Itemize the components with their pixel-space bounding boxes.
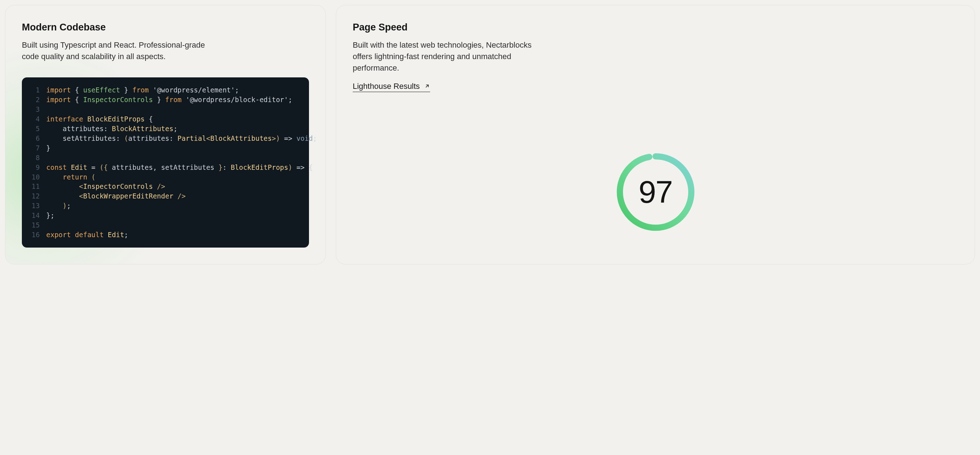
code-content: }; [46,211,54,220]
code-line: 10 return ( [27,172,300,182]
code-content: attributes: BlockAttributes; [46,124,177,134]
card-description: Built using Typescript and React. Profes… [22,40,208,62]
code-content: ); [46,201,71,211]
code-content: import { InspectorControls } from '@word… [46,95,292,105]
card-title: Page Speed [353,22,958,33]
line-number: 7 [27,143,40,153]
line-number: 11 [27,182,40,191]
code-line: 16export default Edit; [27,230,300,240]
page-speed-card: Page Speed Built with the latest web tec… [336,5,975,265]
code-content [46,153,50,163]
line-number: 14 [27,211,40,220]
line-number: 1 [27,85,40,95]
code-content: } [46,143,50,153]
line-number: 15 [27,220,40,230]
code-line: 3 [27,105,300,114]
code-line: 2import { InspectorControls } from '@wor… [27,95,300,105]
code-content: return ( [46,172,95,182]
code-line: 13 ); [27,201,300,211]
code-content: <BlockWrapperEditRender /> [46,191,186,201]
code-content [46,220,50,230]
code-block: 1import { useEffect } from '@wordpress/e… [22,78,309,248]
code-line: 5 attributes: BlockAttributes; [27,124,300,134]
code-line: 7} [27,143,300,153]
link-label: Lighthouse Results [353,82,420,91]
code-line: 6 setAttributes: (attributes: Partial<Bl… [27,134,300,143]
code-line: 15 [27,220,300,230]
code-line: 11 <InspectorControls /> [27,182,300,191]
line-number: 13 [27,201,40,211]
code-content: <InspectorControls /> [46,182,165,191]
line-number: 10 [27,172,40,182]
modern-codebase-card: Modern Codebase Built using Typescript a… [5,5,326,265]
line-number: 4 [27,114,40,124]
code-content [46,105,50,114]
code-content: export default Edit; [46,230,128,240]
code-line: 12 <BlockWrapperEditRender /> [27,191,300,201]
line-number: 12 [27,191,40,201]
line-number: 8 [27,153,40,163]
line-number: 2 [27,95,40,105]
code-content: setAttributes: (attributes: Partial<Bloc… [46,134,317,143]
card-description: Built with the latest web technologies, … [353,40,546,74]
code-line: 14}; [27,211,300,220]
line-number: 16 [27,230,40,240]
line-number: 3 [27,105,40,114]
line-number: 5 [27,124,40,134]
code-line: 1import { useEffect } from '@wordpress/e… [27,85,300,95]
page-speed-gauge: 97 [614,151,697,233]
line-number: 9 [27,163,40,172]
external-link-icon [424,83,430,89]
gauge-value: 97 [639,174,673,210]
code-content: interface BlockEditProps { [46,114,153,124]
code-content: import { useEffect } from '@wordpress/el… [46,85,239,95]
code-line: 8 [27,153,300,163]
card-title: Modern Codebase [22,22,309,33]
code-line: 9const Edit = ({ attributes, setAttribut… [27,163,300,172]
line-number: 6 [27,134,40,143]
code-line: 4interface BlockEditProps { [27,114,300,124]
code-content: const Edit = ({ attributes, setAttribute… [46,163,313,172]
lighthouse-results-link[interactable]: Lighthouse Results [353,82,430,92]
